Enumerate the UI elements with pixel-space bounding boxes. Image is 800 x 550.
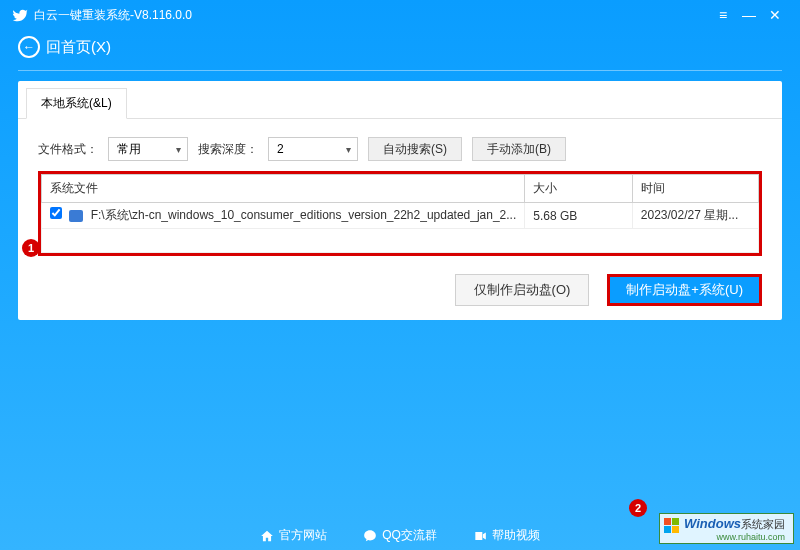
row-file-path: F:\系统\zh-cn_windows_10_consumer_editions…	[91, 208, 517, 222]
back-button[interactable]: ←	[18, 36, 40, 58]
tab-local-system[interactable]: 本地系统(&L)	[26, 88, 127, 119]
watermark-suffix: 系统家园	[741, 518, 785, 530]
col-header-size[interactable]: 大小	[525, 175, 633, 203]
auto-search-button[interactable]: 自动搜索(S)	[368, 137, 462, 161]
header-divider	[18, 70, 782, 71]
close-button[interactable]: ✕	[762, 7, 788, 23]
make-boot-disk-only-button[interactable]: 仅制作启动盘(O)	[455, 274, 590, 306]
windows-flag-icon	[664, 518, 680, 534]
row-checkbox[interactable]	[50, 207, 62, 219]
callout-marker-1: 1	[22, 239, 40, 257]
minimize-button[interactable]: —	[736, 7, 762, 23]
col-header-time[interactable]: 时间	[632, 175, 758, 203]
back-arrow-icon: ←	[23, 40, 35, 54]
file-format-select[interactable]: 常用	[108, 137, 188, 161]
row-time: 2023/02/27 星期...	[632, 203, 758, 229]
col-header-file[interactable]: 系统文件	[42, 175, 525, 203]
file-format-label: 文件格式：	[38, 141, 98, 158]
row-size: 5.68 GB	[525, 203, 633, 229]
watermark-brand: Windows	[684, 516, 741, 531]
watermark-badge: Windows系统家园 www.ruhaitu.com	[659, 513, 794, 544]
back-label[interactable]: 回首页(X)	[46, 38, 111, 57]
search-depth-label: 搜索深度：	[198, 141, 258, 158]
make-boot-disk-with-system-button[interactable]: 制作启动盘+系统(U)	[607, 274, 762, 306]
app-title: 白云一键重装系统-V8.116.0.0	[34, 7, 192, 24]
table-row[interactable]: F:\系统\zh-cn_windows_10_consumer_editions…	[42, 203, 759, 229]
iso-file-icon	[69, 210, 83, 222]
footer-official-site[interactable]: 官方网站	[260, 527, 327, 544]
menu-button[interactable]: ≡	[710, 7, 736, 23]
video-icon	[473, 529, 487, 543]
manual-add-button[interactable]: 手动添加(B)	[472, 137, 566, 161]
callout-marker-2: 2	[629, 499, 647, 517]
footer-help-video[interactable]: 帮助视频	[473, 527, 540, 544]
search-depth-select[interactable]: 2	[268, 137, 358, 161]
home-icon	[260, 529, 274, 543]
chat-icon	[363, 529, 377, 543]
watermark-url: www.ruhaitu.com	[716, 532, 785, 542]
footer-qq-group[interactable]: QQ交流群	[363, 527, 437, 544]
app-logo-icon	[12, 7, 28, 23]
system-file-table-highlight: 系统文件 大小 时间 F:\系统\zh-cn_windows_10_consum…	[38, 171, 762, 256]
